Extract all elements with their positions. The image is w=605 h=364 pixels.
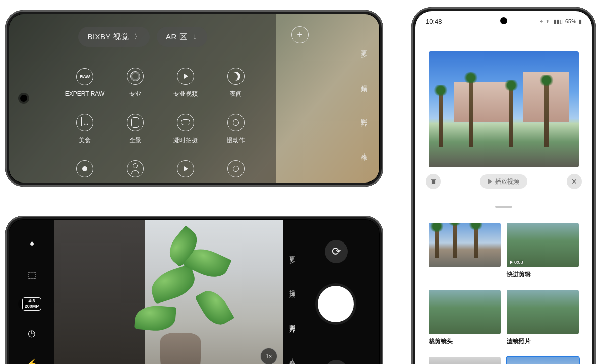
moon-icon bbox=[227, 68, 245, 85]
mode-expert-raw[interactable]: RAWEXPERT RAW bbox=[59, 59, 110, 106]
camera-punch-hole bbox=[20, 95, 27, 102]
mode-label: 人像视频 bbox=[123, 183, 147, 183]
mode-label: 凝时拍摄 bbox=[173, 136, 198, 145]
mode-pro[interactable]: 专业 bbox=[110, 59, 160, 106]
ratio-value: 4:3 bbox=[28, 298, 35, 304]
tab-video[interactable]: 视频 bbox=[359, 80, 368, 83]
mode-panorama[interactable]: 全景 bbox=[110, 106, 160, 152]
mode-pro-video[interactable]: 专业视频 bbox=[160, 59, 211, 106]
record-icon bbox=[76, 160, 93, 177]
tab-more[interactable]: 更多 bbox=[288, 251, 296, 254]
aspect-ratio-button[interactable]: 4:3 200MP bbox=[22, 297, 42, 311]
thumb-filter[interactable] bbox=[507, 290, 579, 334]
right-panel: 更多 视频 照片 人像 ⟳ ✱ bbox=[283, 220, 379, 364]
thumb-label: 裁剪镜头 bbox=[429, 337, 501, 346]
modes-panel: BIXBY 视觉 〉 AR 区 ⤓ RAWEXPERT RAW 专业 专业视频 … bbox=[9, 14, 276, 183]
play-label: 播放视频 bbox=[495, 177, 519, 186]
clock: 10:48 bbox=[426, 18, 442, 25]
signal-icon: ▮▮▯ bbox=[554, 18, 563, 25]
mode-super-slowmo[interactable]: 凝时拍摄 bbox=[160, 106, 211, 152]
hero-photo[interactable] bbox=[429, 51, 579, 167]
mode-tab-strip: 更多 视频 照片 人像 bbox=[286, 220, 297, 364]
ar-zone-button[interactable]: AR 区 ⤓ bbox=[157, 27, 207, 47]
mode-portrait-video[interactable]: 人像视频 bbox=[110, 152, 160, 183]
raw-icon: RAW bbox=[76, 68, 93, 85]
camera-mode-grid: RAWEXPERT RAW 专业 专业视频 夜间 美食 全景 凝时拍摄 慢动作 … bbox=[59, 59, 261, 183]
video-duration-badge: 0:03 bbox=[510, 260, 523, 265]
download-icon: ⤓ bbox=[192, 33, 198, 41]
mode-label: AI一键多拍 bbox=[221, 183, 251, 183]
mode-label: 导演视角 bbox=[173, 183, 198, 183]
single-take-icon bbox=[227, 160, 245, 177]
mode-label: EXPERT RAW bbox=[65, 90, 104, 97]
zoom-value: 1× bbox=[266, 353, 272, 359]
screen: BIXBY 视觉 〉 AR 区 ⤓ RAWEXPERT RAW 专业 专业视频 … bbox=[9, 14, 379, 183]
mute-button[interactable]: ✕ bbox=[567, 174, 582, 189]
mode-night[interactable]: 夜间 bbox=[211, 59, 261, 106]
mode-label: 夜间 bbox=[230, 90, 242, 98]
add-mode-button[interactable]: + bbox=[291, 26, 309, 43]
flash-icon[interactable]: ⚡ bbox=[24, 356, 39, 364]
aperture-icon bbox=[127, 68, 144, 85]
wifi-icon: ᯤ bbox=[546, 18, 551, 24]
phone-camera-viewfinder: ✦ ⬚ 4:3 200MP ◷ ⚡ 1× bbox=[5, 216, 383, 364]
thumb-crop[interactable] bbox=[429, 290, 501, 334]
resolution-value: 200MP bbox=[25, 304, 39, 309]
screen: ✦ ⬚ 4:3 200MP ◷ ⚡ 1× bbox=[9, 220, 379, 364]
bixby-vision-button[interactable]: BIXBY 视觉 〉 bbox=[78, 27, 150, 47]
tab-more[interactable]: 更多 bbox=[359, 45, 368, 48]
timer-icon[interactable]: ◷ bbox=[24, 326, 39, 341]
hero-action-row: ▣ 播放视频 ✕ bbox=[426, 172, 582, 191]
play-circle-icon bbox=[177, 68, 194, 85]
mode-label: 专业视频 bbox=[173, 90, 198, 98]
suggestion-grid: 0:03 快进剪辑 裁剪镜头 滤镜照片 bbox=[429, 223, 579, 364]
drag-handle[interactable] bbox=[495, 206, 512, 208]
top-pill-row: BIXBY 视觉 〉 AR 区 ⤓ bbox=[9, 27, 276, 47]
phone-camera-modes: BIXBY 视觉 〉 AR 区 ⤓ RAWEXPERT RAW 专业 专业视频 … bbox=[5, 10, 383, 187]
motion-photo-icon[interactable]: ⬚ bbox=[24, 267, 39, 282]
thumb-extra-1[interactable] bbox=[429, 357, 501, 364]
mode-hyperlapse[interactable]: 延时摄影 bbox=[59, 152, 110, 183]
motion-photo-badge[interactable]: ▣ bbox=[426, 174, 441, 189]
effects-button[interactable]: ✱ bbox=[325, 360, 348, 364]
mode-label: 慢动作 bbox=[227, 136, 245, 145]
viewfinder[interactable]: 1× bbox=[54, 220, 283, 364]
left-toolbar: ✦ ⬚ 4:3 200MP ◷ ⚡ bbox=[9, 220, 54, 364]
thumb-best-shot[interactable] bbox=[429, 223, 501, 267]
screen: 10:48 ⌖ ᯤ ▮▮▯ 65% ▮ ▣ 播放视频 bbox=[415, 11, 592, 364]
tab-video[interactable]: 视频 bbox=[288, 285, 296, 288]
tab-photo[interactable]: 照片 bbox=[288, 320, 296, 323]
tab-portrait[interactable]: 人像 bbox=[359, 148, 368, 151]
thumb-extra-2[interactable] bbox=[507, 357, 579, 364]
mode-single-take[interactable]: AI一键多拍 bbox=[211, 152, 261, 183]
mode-label: 美食 bbox=[79, 136, 91, 145]
shutter-button[interactable] bbox=[318, 286, 354, 322]
tab-portrait[interactable]: 人像 bbox=[288, 354, 296, 357]
mode-slowmo[interactable]: 慢动作 bbox=[211, 106, 261, 152]
mode-food[interactable]: 美食 bbox=[59, 106, 110, 152]
thumb-label: 快进剪辑 bbox=[507, 270, 579, 279]
slowmo-icon bbox=[177, 114, 194, 131]
thumb-label: 滤镜照片 bbox=[507, 337, 579, 346]
ar-label: AR 区 bbox=[166, 32, 187, 42]
status-right: ⌖ ᯤ ▮▮▯ 65% ▮ bbox=[540, 18, 582, 25]
play-video-button[interactable]: 播放视频 bbox=[480, 174, 527, 189]
mode-label: 全景 bbox=[129, 136, 141, 145]
location-icon: ⌖ bbox=[540, 18, 543, 25]
utensils-icon bbox=[76, 114, 93, 131]
battery-icon: ▮ bbox=[579, 18, 582, 25]
mode-director[interactable]: 导演视角 bbox=[160, 152, 211, 183]
settings-icon[interactable]: ✦ bbox=[24, 236, 39, 252]
zoom-chip[interactable]: 1× bbox=[260, 348, 277, 364]
tab-photo[interactable]: 照片 bbox=[359, 114, 368, 117]
status-bar: 10:48 ⌖ ᯤ ▮▮▯ 65% ▮ bbox=[415, 13, 592, 29]
person-icon bbox=[127, 160, 144, 177]
mode-label: 延时摄影 bbox=[73, 183, 97, 183]
viewfinder-preview bbox=[54, 220, 283, 364]
slow-motion-icon bbox=[227, 114, 245, 131]
mode-label: 专业 bbox=[129, 90, 141, 98]
phone-gallery: 10:48 ⌖ ᯤ ▮▮▯ 65% ▮ ▣ 播放视频 bbox=[411, 7, 596, 364]
switch-camera-button[interactable]: ⟳ bbox=[325, 240, 348, 263]
thumb-speed-clip[interactable]: 0:03 bbox=[507, 223, 579, 267]
chevron-right-icon: 〉 bbox=[134, 32, 141, 41]
